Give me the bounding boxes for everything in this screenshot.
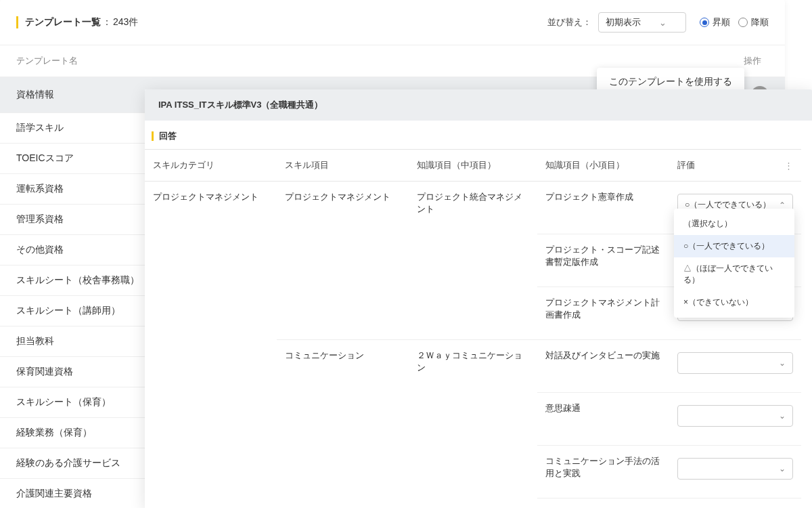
order-desc-radio[interactable]: 降順	[738, 16, 769, 28]
th-skill-category: スキルカテゴリ	[145, 149, 277, 182]
chevron-down-icon: ⌄	[779, 358, 786, 368]
chevron-down-icon: ⌄	[659, 18, 667, 28]
section-label: 回答	[159, 130, 177, 142]
chevron-down-icon: ⌄	[779, 464, 786, 473]
eval-select-5[interactable]: ⌄	[677, 405, 793, 427]
td-skill1: プロジェクトマネジメント	[277, 182, 409, 340]
template-detail-modal: IPA ITSS_ITスキル標準V3（全職種共通） 回答 スキルカテゴリ スキル…	[145, 89, 812, 508]
td-small2: プロジェクト・スコープ記述書暫定版作成	[537, 234, 669, 287]
eval-dropdown: （選択なし） ○（一人でできている） △（ほぼ一人でできている） ×（できていな…	[674, 209, 794, 318]
skill-table: スキルカテゴリ スキル項目 知識項目（中項目） 知識項目（小項目） 評価 ⋮ プ…	[145, 149, 812, 508]
order-asc-label: 昇順	[713, 16, 730, 28]
modal-title: IPA ITSS_ITスキル標準V3（全職種共通）	[158, 100, 323, 110]
th-knowledge-small: 知識項目（小項目）	[537, 149, 669, 182]
td-small7: 効果的な話し方、聞き方の活用	[537, 499, 669, 508]
eval-select-6[interactable]: ⌄	[677, 458, 793, 480]
count-sep: ：	[102, 16, 112, 28]
modal-section-header: 回答	[145, 121, 812, 149]
td-eval4: ⌄	[669, 340, 801, 393]
th-skill-item: スキル項目	[277, 149, 409, 182]
header-controls: 並び替え： 初期表示 ⌄ 昇順 降順	[547, 12, 769, 33]
tooltip-text: このテンプレートを使用する	[609, 76, 732, 87]
col-operations: 操作	[736, 55, 769, 67]
list-header: テンプレート一覧 ： 243件 並び替え： 初期表示 ⌄ 昇順 降順	[0, 0, 785, 45]
td-skill2: コミュニケーション	[277, 340, 409, 508]
eval-option-none[interactable]: （選択なし）	[674, 213, 794, 235]
th-evaluation: 評価 ⋮	[669, 149, 801, 182]
count-value: 243件	[113, 16, 138, 28]
td-mid2: ２Ｗａｙコミュニケーション	[409, 340, 537, 508]
page-title: テンプレート一覧 ： 243件	[16, 16, 138, 28]
eval-select-4[interactable]: ⌄	[677, 352, 793, 374]
order-asc-radio[interactable]: 昇順	[700, 16, 730, 28]
sort-label: 並び替え：	[547, 16, 591, 28]
td-small1: プロジェクト憲章作成	[537, 182, 669, 234]
col-template-name: テンプレート名	[16, 55, 736, 67]
th-knowledge-mid: 知識項目（中項目）	[409, 149, 537, 182]
radio-unchecked-icon	[738, 18, 748, 27]
accent-bar	[16, 16, 18, 28]
td-small3: プロジェクトマネジメント計画書作成	[537, 287, 669, 340]
eval-option-circle[interactable]: ○（一人でできている）	[674, 235, 794, 257]
column-menu-icon[interactable]: ⋮	[784, 161, 793, 171]
title-text: テンプレート一覧	[25, 16, 101, 28]
td-small5: 意思疎通	[537, 393, 669, 446]
td-mid1: プロジェクト統合マネジメント	[409, 182, 537, 340]
order-radio-group: 昇順 降順	[700, 16, 769, 28]
td-eval5: ⌄	[669, 393, 801, 446]
td-small6: コミュニケーション手法の活用と実践	[537, 446, 669, 499]
sort-select[interactable]: 初期表示 ⌄	[598, 12, 686, 33]
order-desc-label: 降順	[751, 16, 769, 28]
td-category: プロジェクトマネジメント	[145, 182, 277, 508]
accent-bar	[152, 131, 154, 141]
eval-option-triangle[interactable]: △（ほぼ一人でできている）	[674, 257, 794, 291]
td-eval6: ⌄	[669, 446, 801, 499]
td-eval7	[669, 499, 801, 508]
sort-value: 初期表示	[606, 16, 641, 28]
eval-option-cross[interactable]: ×（できていない）	[674, 291, 794, 314]
modal-title-bar: IPA ITSS_ITスキル標準V3（全職種共通）	[145, 89, 812, 121]
td-small4: 対話及びインタビューの実施	[537, 340, 669, 393]
chevron-down-icon: ⌄	[779, 411, 786, 421]
radio-checked-icon	[700, 18, 709, 27]
